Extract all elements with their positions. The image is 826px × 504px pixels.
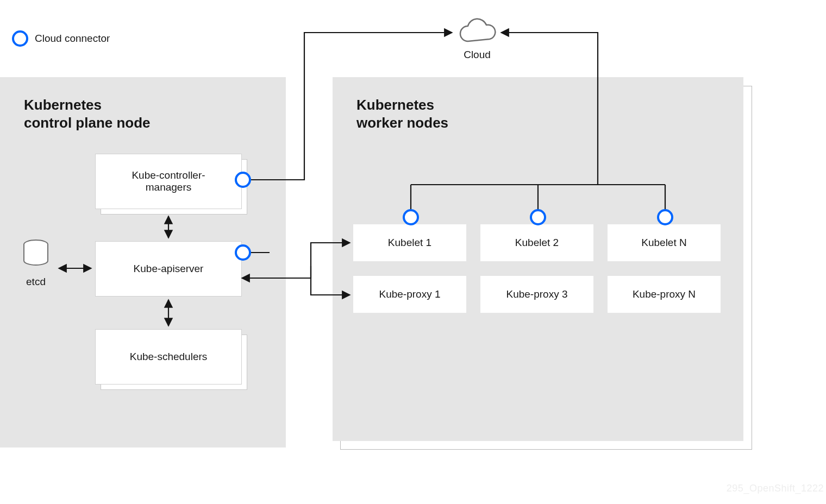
kubelet-label-1: Kubelet 1	[388, 237, 431, 249]
kube-scheduler-label: Kube-schedulers	[95, 329, 242, 385]
watermark: 295_OpenShift_1222	[727, 483, 824, 494]
connector-controller	[235, 172, 251, 188]
kubeproxy-label-1: Kube-proxy 1	[379, 288, 440, 300]
cloud: Cloud	[455, 17, 499, 61]
kube-controller-box: Kube-controller- managers	[95, 154, 241, 209]
kubelet-label-2: Kubelet 2	[515, 237, 559, 249]
worker-title: Kubernetes worker nodes	[356, 96, 448, 131]
cloud-connector-icon	[12, 30, 28, 47]
control-plane-title: Kubernetes control plane node	[24, 96, 151, 131]
kubeproxy-label-2: Kube-proxy 3	[506, 288, 567, 300]
kubeproxy-label-n: Kube-proxy N	[633, 288, 696, 300]
database-icon	[21, 239, 51, 272]
kubeproxy-box-n: Kube-proxy N	[608, 276, 721, 313]
cloud-icon	[455, 17, 499, 46]
kube-scheduler-box: Kube-schedulers	[95, 329, 241, 385]
connector-apiserver	[235, 244, 251, 261]
cloud-label: Cloud	[455, 49, 499, 61]
kube-controller-label: Kube-controller- managers	[95, 154, 242, 209]
connector-kubelet-1	[403, 209, 419, 225]
kubelet-box-n: Kubelet N	[608, 224, 721, 261]
kubelet-box-2: Kubelet 2	[480, 224, 593, 261]
connector-kubelet-2	[530, 209, 546, 225]
etcd: etcd	[21, 239, 51, 288]
kube-apiserver-label: Kube-apiserver	[95, 241, 242, 297]
kubelet-box-1: Kubelet 1	[353, 224, 466, 261]
kubeproxy-box-1: Kube-proxy 1	[353, 276, 466, 313]
legend-label: Cloud connector	[35, 33, 110, 45]
kube-apiserver-box: Kube-apiserver	[95, 241, 241, 295]
kubelet-label-n: Kubelet N	[641, 237, 686, 249]
etcd-label: etcd	[21, 276, 51, 288]
kubeproxy-box-2: Kube-proxy 3	[480, 276, 593, 313]
legend: Cloud connector	[12, 30, 110, 47]
connector-kubelet-n	[657, 209, 673, 225]
